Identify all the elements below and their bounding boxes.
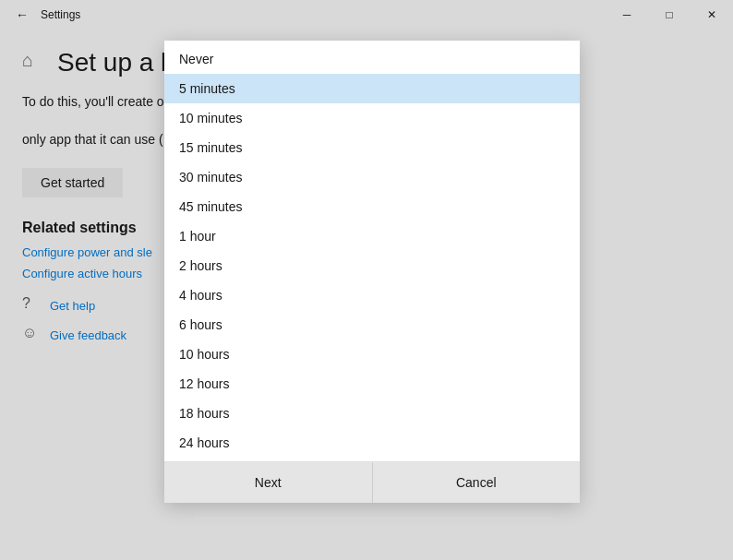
dropdown-item-45min[interactable]: 45 minutes	[164, 192, 580, 221]
dropdown-list: Never5 minutes10 minutes15 minutes30 min…	[164, 41, 580, 461]
next-button[interactable]: Next	[164, 462, 372, 503]
dropdown-item-6hr[interactable]: 6 hours	[164, 310, 580, 340]
dropdown-item-4hr[interactable]: 4 hours	[164, 280, 580, 310]
dialog-footer: Next Cancel	[164, 461, 580, 503]
dropdown-item-12hr[interactable]: 12 hours	[164, 369, 580, 399]
dropdown-item-15min[interactable]: 15 minutes	[164, 133, 580, 162]
cancel-button[interactable]: Cancel	[372, 462, 581, 503]
dropdown-item-5min[interactable]: 5 minutes	[164, 74, 580, 103]
dropdown-item-24hr[interactable]: 24 hours	[164, 428, 580, 458]
dropdown-item-10hr[interactable]: 10 hours	[164, 340, 580, 369]
dropdown-item-2hr[interactable]: 2 hours	[164, 251, 580, 280]
dropdown-item-never[interactable]: Never	[164, 44, 580, 74]
dropdown-item-1hr[interactable]: 1 hour	[164, 221, 580, 251]
timeout-dialog: Never5 minutes10 minutes15 minutes30 min…	[164, 41, 580, 503]
dropdown-item-30min[interactable]: 30 minutes	[164, 162, 580, 192]
dropdown-item-10min[interactable]: 10 minutes	[164, 103, 580, 133]
dropdown-item-18hr[interactable]: 18 hours	[164, 399, 580, 428]
